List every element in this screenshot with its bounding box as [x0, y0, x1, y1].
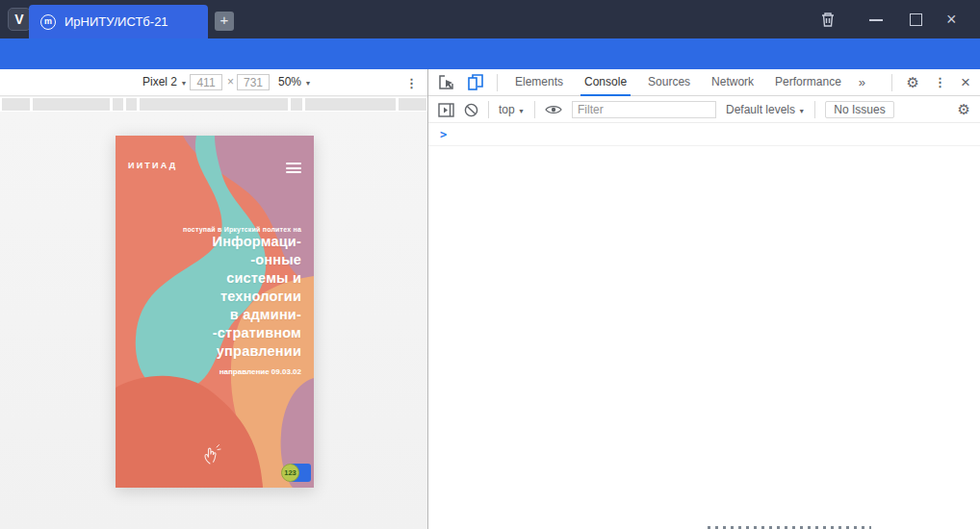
context-selector[interactable]: top ▼: [499, 103, 525, 116]
more-tabs-icon[interactable]: »: [859, 75, 865, 89]
hero-heading: Информаци- -онные системы и технологии в…: [183, 233, 301, 361]
device-emulation-pane: Pixel 2 ▼ × 50% ▼ ⋮: [0, 69, 428, 529]
log-levels-selector[interactable]: Default levels ▼: [726, 103, 805, 116]
media-query-segment[interactable]: [305, 98, 396, 111]
devtools-panel: Elements Console Sources Network Perform…: [428, 69, 980, 529]
media-query-segment[interactable]: [33, 98, 110, 111]
viewport-height-input[interactable]: [237, 74, 270, 90]
browser-window: V m ИрНИТУ/ИСТб-21 + × V localhost:3000 …: [0, 0, 980, 529]
media-query-segment[interactable]: [126, 98, 137, 111]
toolbar-divider: [488, 101, 489, 118]
device-select[interactable]: Pixel 2 ▼: [142, 75, 187, 88]
tab-favicon-icon: m: [40, 14, 56, 30]
vivaldi-logo-icon: V: [14, 12, 23, 27]
hamburger-menu-icon[interactable]: [286, 163, 301, 176]
devtools-settings-icon[interactable]: ⚙: [907, 74, 919, 91]
site-logo[interactable]: ИИТИАД: [128, 161, 177, 170]
device-toolbar-toggle-icon[interactable]: [468, 74, 483, 90]
devtools-tab-bar: Elements Console Sources Network Perform…: [428, 69, 980, 96]
trash-icon[interactable]: [820, 11, 836, 28]
toolbar-divider: [814, 101, 815, 118]
media-query-segment[interactable]: [399, 98, 426, 111]
counter-badge: 123: [281, 464, 299, 482]
media-query-bar: [0, 97, 427, 112]
title-bar: V m ИрНИТУ/ИСТб-21 + ×: [0, 0, 980, 38]
counter-widget[interactable]: 123: [281, 463, 311, 483]
media-query-segment[interactable]: [291, 98, 302, 111]
console-prompt-row[interactable]: >: [428, 124, 980, 146]
emulated-page: ИИТИАД поступай в Иркутский политех на И…: [116, 136, 314, 488]
inspect-element-icon[interactable]: [438, 74, 454, 90]
toolbar-divider: [891, 74, 892, 91]
console-filter-input[interactable]: [572, 101, 716, 118]
no-issues-button[interactable]: No Issues: [825, 101, 893, 118]
tab-network[interactable]: Network: [708, 69, 758, 96]
toolbar-divider: [497, 74, 498, 91]
devtools-close-icon[interactable]: ×: [961, 74, 970, 90]
media-query-segment[interactable]: [113, 98, 123, 111]
new-tab-button[interactable]: +: [215, 12, 234, 31]
tab-console[interactable]: Console: [580, 69, 631, 96]
device-toolbar-menu-icon[interactable]: ⋮: [405, 76, 418, 90]
media-query-segment[interactable]: [140, 98, 288, 111]
console-settings-icon[interactable]: ⚙: [958, 101, 970, 118]
clear-console-icon[interactable]: [464, 103, 478, 117]
size-separator: ×: [227, 75, 234, 88]
levels-caret-icon: ▼: [798, 108, 805, 114]
viewport-width-input[interactable]: [190, 74, 222, 90]
console-prompt-chevron: >: [440, 128, 447, 141]
devtools-menu-icon[interactable]: ⋮: [934, 75, 946, 89]
browser-tab[interactable]: m ИрНИТУ/ИСТб-21: [29, 5, 208, 38]
hero-text-block: поступай в Иркутский политех на Информац…: [183, 226, 301, 376]
tab-elements[interactable]: Elements: [511, 69, 567, 96]
maximize-button[interactable]: [910, 13, 922, 26]
hero-kicker: поступай в Иркутский политех на: [183, 226, 301, 233]
zoom-select[interactable]: 50% ▼: [278, 75, 311, 88]
tab-performance[interactable]: Performance: [771, 69, 845, 96]
tab-sources[interactable]: Sources: [644, 69, 694, 96]
media-query-segment[interactable]: [2, 98, 30, 111]
toolbar-divider: [534, 101, 535, 118]
hero-subtitle: направление 09.03.02: [183, 367, 301, 376]
navigation-bar: V localhost:3000 ▼ Искать в Google ▼ 1: [0, 38, 980, 69]
device-toolbar: Pixel 2 ▼ × 50% ▼ ⋮: [0, 69, 427, 96]
zoom-caret-icon: ▼: [304, 80, 311, 87]
live-expression-eye-icon[interactable]: [545, 104, 562, 115]
vivaldi-menu-button[interactable]: V: [8, 8, 31, 31]
device-caret-icon: ▼: [180, 80, 187, 87]
context-caret-icon: ▼: [518, 108, 525, 114]
close-window-button[interactable]: ×: [946, 8, 957, 31]
tap-hand-icon: [200, 441, 225, 466]
tab-title: ИрНИТУ/ИСТб-21: [64, 14, 168, 29]
console-sidebar-icon[interactable]: [438, 103, 454, 117]
console-toolbar: top ▼ Default levels ▼ No Issues ⚙: [428, 97, 980, 123]
minimize-button[interactable]: [869, 19, 883, 21]
